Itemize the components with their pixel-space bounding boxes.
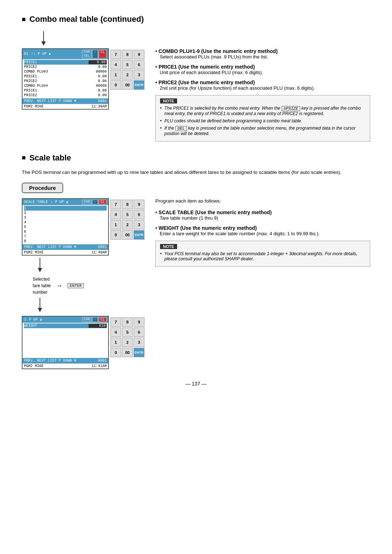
scale2-key-3[interactable]: 3 — [134, 338, 144, 347]
scale2-key-4[interactable]: 4 — [110, 327, 121, 337]
key-00[interactable]: 00 — [122, 80, 133, 90]
key-8[interactable]: 8 — [122, 50, 133, 59]
key-1[interactable]: 1 — [110, 70, 121, 80]
scale-key-00[interactable]: 00 — [122, 230, 133, 240]
bullet-price1: PRICE1 (Use the numeric entry method) Un… — [155, 64, 370, 75]
screen-row-combo3: COMBO PLU#3 00000 — [24, 69, 107, 74]
screen-row-combo4: COMBO PLU#4 00000 — [24, 83, 107, 88]
tare-label-row: Selectedtare tablenumber → ENTER — [29, 276, 144, 296]
combo-section-title: Combo meal table (continued) — [22, 15, 370, 24]
scale2-key-1[interactable]: 1 — [110, 338, 121, 347]
scale-screen2-area: 1 P UP ▲ CAN · CL WEIGHT 010 — [22, 316, 144, 369]
scale2-key-entr[interactable]: ENTR — [134, 348, 144, 357]
scale-can-btn[interactable]: CAN — [82, 200, 91, 204]
cl-btn[interactable]: CL — [99, 50, 107, 58]
scale-left-col: SCALE TABLE ↓ P UP ▲ CAN · CL 1 — [22, 198, 144, 369]
scale-key-0[interactable]: 0 — [110, 230, 121, 240]
combo-keypad: 7 8 9 4 5 6 1 2 3 0 00 ENTR — [110, 50, 144, 90]
scale2-key-00[interactable]: 00 — [122, 348, 133, 357]
scale-screen2-status: PGM2 MIKE 11:41AM — [23, 363, 108, 368]
scale-dot-btn[interactable]: · — [92, 200, 98, 204]
svg-marker-3 — [38, 268, 42, 272]
scale-right-col: Program each item as follows: SCALE TABL… — [155, 198, 370, 369]
scale-note-box: NOTE Your POS terminal may also be set t… — [155, 241, 370, 267]
scale2-dot-btn[interactable]: · — [92, 317, 98, 322]
scale-key-2[interactable]: 2 — [122, 220, 133, 229]
scale-key-8[interactable]: 8 — [122, 200, 133, 209]
bullet-combo-plu: COMBO PLU#1-9 (Use the numeric entry met… — [155, 48, 370, 60]
scale-key-5[interactable]: 5 — [122, 210, 133, 219]
scale-screen1: SCALE TABLE ↓ P UP ▲ CAN · CL 1 — [22, 198, 109, 256]
scale-screen2: 1 P UP ▲ CAN · CL WEIGHT 010 — [22, 316, 109, 369]
scale-row-5: 5 — [24, 225, 107, 229]
dot-btn[interactable]: · — [92, 50, 98, 58]
scale-cl-btn[interactable]: CL — [99, 200, 107, 204]
scale-screen1-area: SCALE TABLE ↓ P UP ▲ CAN · CL 1 — [22, 198, 144, 256]
scale2-cl-btn[interactable]: CL — [99, 317, 107, 322]
scale-section-title: Scale table — [22, 153, 370, 163]
screen-row-price1-sel: PRICE1 0.00 — [24, 60, 107, 65]
screen-row-price1c: PRICE1 0.00 — [24, 88, 107, 93]
tare-label-text: Selectedtare tablenumber — [33, 276, 51, 296]
scale-row-1: 1 — [24, 206, 107, 211]
scale-row-2: 2 — [24, 211, 107, 215]
key-0[interactable]: 0 — [110, 80, 121, 90]
scale-key-9[interactable]: 9 — [134, 200, 144, 209]
combo-screen-area: 01 ↑↓ P UP ▲ CANCEL · CL PRICE1 0.00 — [22, 48, 144, 142]
scale-screen1-body: 1 2 3 4 5 6 7 8 — [23, 205, 108, 244]
scale-row-3: 3 — [24, 215, 107, 220]
scale-key-3[interactable]: 3 — [134, 220, 144, 229]
scale2-key-0[interactable]: 0 — [110, 348, 121, 357]
key-2[interactable]: 2 — [122, 70, 133, 80]
scale-screen2-header: 1 P UP ▲ CAN · CL — [23, 317, 108, 323]
arrow-down-scale1 — [36, 258, 144, 274]
combo-screen-header: 01 ↑↓ P UP ▲ CANCEL · CL — [23, 49, 108, 59]
combo-screen-status: PGM2 MIKE 11:39AM — [23, 104, 108, 109]
scale-row-6: 6 — [24, 229, 107, 234]
scale-key-4[interactable]: 4 — [110, 210, 121, 219]
scale2-key-6[interactable]: 6 — [134, 327, 144, 337]
combo-screen: 01 ↑↓ P UP ▲ CANCEL · CL PRICE1 0.00 — [22, 48, 109, 110]
combo-screen-footer: PREV. NEXT LIST P DOWN ▼ 0001 — [23, 98, 108, 104]
bullet-scale-table: SCALE TABLE (Use the numeric entry metho… — [155, 209, 370, 221]
scale2-key-7[interactable]: 7 — [110, 317, 121, 327]
key-6[interactable]: 6 — [134, 60, 144, 69]
scale-key-6[interactable]: 6 — [134, 210, 144, 219]
screen-row-price2: PRICE2 0.00 — [24, 65, 107, 69]
bullet-price2: PRICE2 (Use the numeric entry method) 2n… — [155, 80, 370, 91]
key-entr[interactable]: ENTR — [134, 80, 144, 90]
page-number: — 137 — — [22, 381, 370, 387]
arrow-down-combo — [40, 31, 370, 47]
enter-key-label[interactable]: ENTER — [68, 283, 84, 288]
scale-row-8: 8 — [24, 239, 107, 244]
scale-key-entr[interactable]: ENTR — [134, 230, 144, 240]
key-9[interactable]: 9 — [134, 50, 144, 59]
scale-program-text: Program each item as follows: — [155, 198, 370, 204]
scale2-key-5[interactable]: 5 — [122, 327, 133, 337]
scale-keypad2: 7 8 9 4 5 6 1 2 3 0 00 ENTR — [110, 317, 144, 357]
scale-key-1[interactable]: 1 — [110, 220, 121, 229]
scale-key-7[interactable]: 7 — [110, 200, 121, 209]
combo-screen-body: PRICE1 0.00 PRICE2 0.00 COMBO PLU#3 0000… — [23, 59, 108, 98]
key-7[interactable]: 7 — [110, 50, 121, 59]
scale-keypad1: 7 8 9 4 5 6 1 2 3 0 00 ENTR — [110, 200, 144, 240]
scale2-key-8[interactable]: 8 — [122, 317, 133, 327]
combo-note-box: NOTE The PRICE1 is selected by the combo… — [155, 95, 370, 142]
can-btn[interactable]: CANCEL — [82, 50, 91, 58]
scale-row-4: 4 — [24, 220, 107, 225]
screen-row-price2b: PRICE2 0.00 — [24, 79, 107, 83]
key-4[interactable]: 4 — [110, 60, 121, 69]
bullet-weight: WEIGHT (Use the numeric entry method) En… — [155, 225, 370, 236]
scale2-key-9[interactable]: 9 — [134, 317, 144, 327]
scale-screen1-footer: PREV. NEXT LIST P DOWN ▼ 0001 — [23, 244, 108, 250]
scale-screen1-status: PGM2 MIKE 11:40AM — [23, 250, 108, 255]
scale2-can-btn[interactable]: CAN — [82, 317, 91, 322]
key-5[interactable]: 5 — [122, 60, 133, 69]
scale-intro: The POS terminal can be programmed with … — [22, 168, 370, 176]
scale-row-7: 7 — [24, 234, 107, 239]
svg-marker-1 — [41, 41, 46, 46]
combo-note-item-3: If the DEL key is pressed on the table n… — [160, 126, 366, 136]
key-3[interactable]: 3 — [134, 70, 144, 80]
scale2-key-2[interactable]: 2 — [122, 338, 133, 347]
arrow-down-scale2 — [36, 298, 144, 314]
